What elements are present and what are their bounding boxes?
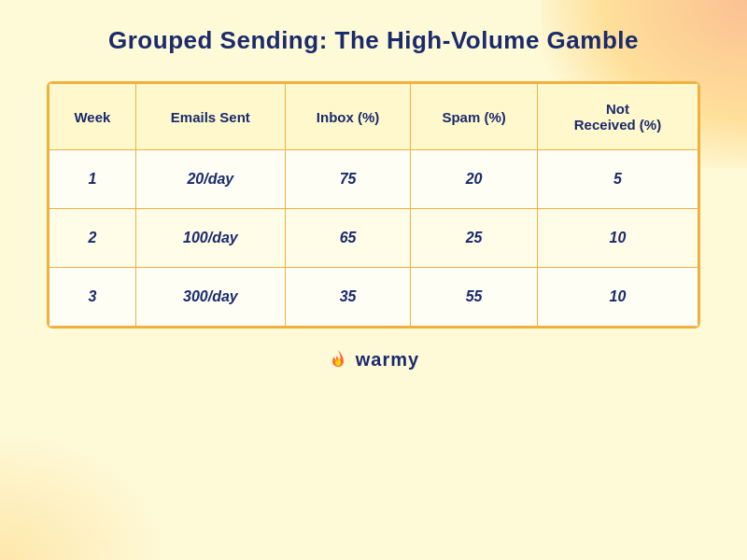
cell-inbox: 75 <box>285 150 410 209</box>
table-row: 3300/day355510 <box>49 268 698 327</box>
col-header-spam: Spam (%) <box>411 84 538 150</box>
page-container: Grouped Sending: The High-Volume Gamble … <box>0 0 747 560</box>
cell-emails-sent: 20/day <box>135 150 285 209</box>
page-title: Grouped Sending: The High-Volume Gamble <box>108 26 639 55</box>
cell-spam: 55 <box>411 268 538 327</box>
cell-inbox: 65 <box>285 209 410 268</box>
footer: warmy <box>328 349 419 371</box>
warmy-logo-text: warmy <box>356 349 419 371</box>
cell-spam: 20 <box>411 150 538 209</box>
col-header-emails-sent: Emails Sent <box>135 84 285 150</box>
warmy-logo-icon <box>328 350 348 371</box>
table-row: 2100/day652510 <box>49 209 698 268</box>
col-header-not-received: NotReceived (%) <box>537 84 698 150</box>
cell-not-received: 10 <box>537 268 698 327</box>
data-table-wrapper: Week Emails Sent Inbox (%) Spam (%) NotR… <box>47 81 700 329</box>
cell-week: 3 <box>49 268 136 327</box>
cell-spam: 25 <box>411 209 538 268</box>
data-table: Week Emails Sent Inbox (%) Spam (%) NotR… <box>49 83 698 327</box>
col-header-inbox: Inbox (%) <box>285 84 410 150</box>
table-row: 120/day75205 <box>49 150 698 209</box>
cell-week: 2 <box>49 209 136 268</box>
cell-not-received: 5 <box>537 150 698 209</box>
col-header-week: Week <box>49 84 136 150</box>
cell-week: 1 <box>49 150 136 209</box>
cell-inbox: 35 <box>285 268 410 327</box>
cell-emails-sent: 300/day <box>135 268 285 327</box>
cell-emails-sent: 100/day <box>135 209 285 268</box>
table-header-row: Week Emails Sent Inbox (%) Spam (%) NotR… <box>49 84 698 150</box>
cell-not-received: 10 <box>537 209 698 268</box>
